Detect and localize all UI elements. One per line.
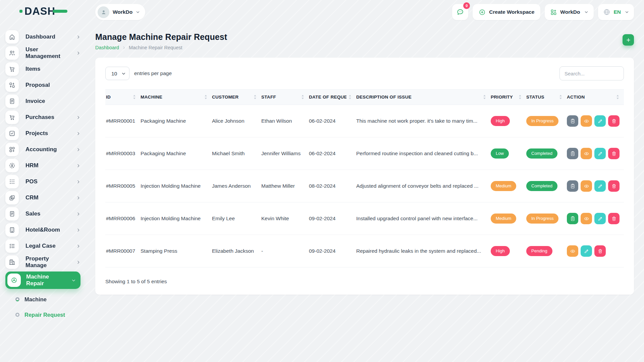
edit-button[interactable] xyxy=(594,148,606,159)
workspace-switcher-label: WorkDo xyxy=(113,9,132,15)
edit-button[interactable] xyxy=(594,213,606,224)
sidebar-item-sales[interactable]: Sales xyxy=(5,207,80,221)
sidebar-item-pos[interactable]: POS xyxy=(5,175,80,188)
search-input[interactable] xyxy=(559,66,624,80)
sidebar-item-projects[interactable]: Projects xyxy=(5,127,80,140)
breadcrumb: Dashboard Machine Repair Request xyxy=(95,45,227,50)
cell-date: 08-02-2024 xyxy=(309,170,356,202)
sidebar-item-dashboard[interactable]: Dashboard xyxy=(5,30,80,44)
grid-plus-icon xyxy=(550,9,557,16)
sidebar-item-invoice[interactable]: Invoice xyxy=(5,95,80,108)
language-selector[interactable]: EN xyxy=(598,4,634,20)
sort-carets-icon xyxy=(301,95,304,100)
dash-logo[interactable]: DASH xyxy=(19,6,67,16)
cell-id: #MRR00007 xyxy=(105,235,141,267)
delete-button[interactable] xyxy=(594,245,606,257)
view-button[interactable] xyxy=(581,115,592,127)
sidebar-item-hotel-room[interactable]: Hotel&Room xyxy=(5,223,80,237)
cell-status: Completed xyxy=(526,170,567,202)
repair-request-table: IDMACHINECUSTOMERSTAFFDATE OF REQUESTDES… xyxy=(105,89,624,267)
sidebar-item-hrm[interactable]: HRM xyxy=(5,159,80,172)
sidebar-item-machine-repair[interactable]: Machine Repair xyxy=(5,272,80,289)
pencil-icon xyxy=(597,183,603,189)
users-icon xyxy=(5,46,19,60)
sidebar-item-purchases[interactable]: Purchases xyxy=(5,111,80,124)
status-badge: Completed xyxy=(526,148,557,159)
edit-button[interactable] xyxy=(594,180,606,192)
check-square-icon xyxy=(5,127,19,140)
delete-button[interactable] xyxy=(608,148,620,159)
sidebar-subitem-repair-request[interactable]: Repair Request xyxy=(15,308,85,321)
sidebar-item-property-manage[interactable]: Property Manage xyxy=(5,255,80,269)
chevron-right-icon xyxy=(76,35,80,39)
details-button[interactable] xyxy=(567,180,578,192)
details-button[interactable] xyxy=(567,213,578,224)
sidebar-item-user-management[interactable]: User Management xyxy=(5,46,80,60)
delete-button[interactable] xyxy=(608,115,620,127)
view-button[interactable] xyxy=(581,213,592,224)
sidebar-item-legal-case[interactable]: Legal Case xyxy=(5,239,80,253)
entries-per-page-select[interactable]: 10 xyxy=(105,67,129,80)
cart-icon xyxy=(5,62,19,76)
breadcrumb-current: Machine Repair Request xyxy=(129,45,182,50)
view-button[interactable] xyxy=(581,180,592,192)
sidebar-item-crm[interactable]: CRM xyxy=(5,191,80,204)
column-header-date-of-request[interactable]: DATE OF REQUEST xyxy=(309,89,356,105)
column-header-status[interactable]: STATUS xyxy=(526,89,567,105)
add-repair-request-button[interactable] xyxy=(623,34,634,46)
create-workspace-label: Create Workspace xyxy=(489,9,534,15)
cell-machine: Injection Molding Machine xyxy=(141,202,212,235)
chevron-right-icon xyxy=(76,212,80,216)
view-button[interactable] xyxy=(581,148,592,159)
column-header-id[interactable]: ID xyxy=(105,89,141,105)
edit-button[interactable] xyxy=(581,245,592,257)
chevron-right-icon xyxy=(76,131,80,136)
property-icon xyxy=(5,255,19,269)
sidebar-item-label: Legal Case xyxy=(25,243,56,249)
sort-carets-icon xyxy=(616,95,619,100)
column-header-description-of-issue[interactable]: DESCRIPTION OF ISSUE xyxy=(356,89,491,105)
messages-button[interactable]: 0 xyxy=(452,4,468,20)
checklist-icon xyxy=(5,239,19,253)
messages-count-badge: 0 xyxy=(463,2,470,9)
sort-carets-icon xyxy=(204,95,207,100)
cell-priority: High xyxy=(491,235,526,267)
apps-dropdown[interactable]: WorkDo xyxy=(545,4,594,20)
home-icon xyxy=(5,30,19,44)
column-header-staff[interactable]: STAFF xyxy=(261,89,309,105)
logo-dash-bar xyxy=(53,10,67,13)
details-button[interactable] xyxy=(567,148,578,159)
cell-actions xyxy=(567,105,624,137)
eye-icon xyxy=(584,216,589,222)
cell-date: 06-02-2024 xyxy=(309,137,356,170)
sidebar-item-label: HRM xyxy=(25,162,39,169)
column-header-priority[interactable]: PRIORITY xyxy=(491,89,526,105)
cell-customer: Elizabeth Jackson xyxy=(212,235,261,267)
column-header-action[interactable]: ACTION xyxy=(567,89,624,105)
sidebar-item-accounting[interactable]: Accounting xyxy=(5,143,80,156)
view-button[interactable] xyxy=(567,245,578,257)
breadcrumb-dashboard-link[interactable]: Dashboard xyxy=(95,45,119,50)
sidebar-subitem-machine[interactable]: Machine xyxy=(15,293,85,306)
cell-priority: Low xyxy=(491,137,526,170)
delete-button[interactable] xyxy=(608,180,620,192)
chevron-right-icon xyxy=(76,147,80,152)
sort-carets-icon xyxy=(483,95,486,100)
sidebar-item-proposal[interactable]: Proposal xyxy=(5,78,80,92)
trash-icon xyxy=(597,248,603,254)
chevron-right-icon xyxy=(76,164,80,168)
delete-button[interactable] xyxy=(608,213,620,224)
create-workspace-button[interactable]: Create Workspace xyxy=(473,4,540,20)
column-header-customer[interactable]: CUSTOMER xyxy=(212,89,261,105)
cell-actions xyxy=(567,137,624,170)
sidebar-item-items[interactable]: Items xyxy=(5,62,80,76)
trash-icon xyxy=(611,216,617,222)
pencil-icon xyxy=(597,118,603,124)
sidebar-item-label: Items xyxy=(25,66,40,72)
sidebar-item-label: Machine Repair xyxy=(26,274,66,287)
column-header-machine[interactable]: MACHINE xyxy=(141,89,212,105)
details-button[interactable] xyxy=(567,115,578,127)
workspace-switcher[interactable]: WorkDo xyxy=(95,4,145,20)
edit-button[interactable] xyxy=(594,115,606,127)
circle-bullet-icon xyxy=(15,313,19,317)
